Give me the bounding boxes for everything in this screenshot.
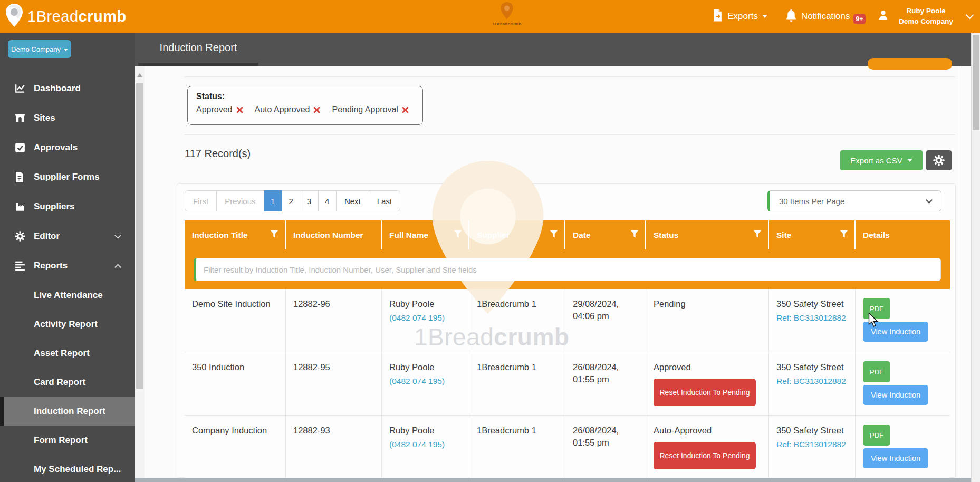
- select-chevron-icon: [926, 197, 933, 204]
- bottom-scrollbar[interactable]: [135, 478, 971, 482]
- page-button-first: First: [185, 190, 217, 211]
- table-header-row: Induction TitleInduction NumberFull Name…: [185, 220, 950, 249]
- view-induction-button[interactable]: View Induction: [863, 385, 928, 405]
- site-ref-link[interactable]: Ref: BC313012882: [776, 439, 846, 450]
- sidebar-subitem-activity-report[interactable]: Activity Report: [0, 310, 135, 339]
- user-menu[interactable]: Ruby Poole Demo Company: [877, 6, 973, 27]
- phone-link[interactable]: (0482 074 195): [389, 312, 445, 324]
- reset-induction-button[interactable]: Reset Induction To Pending: [654, 442, 756, 469]
- content-right-border: [962, 66, 962, 478]
- sidebar-subitem-card-report[interactable]: Card Report: [0, 368, 135, 397]
- date-text: 29/08/2024,: [573, 298, 639, 310]
- filter-funnel-icon[interactable]: [840, 230, 848, 240]
- page-button-4[interactable]: 4: [318, 190, 337, 211]
- site-ref-link[interactable]: Ref: BC313012882: [776, 312, 846, 324]
- view-induction-button[interactable]: View Induction: [863, 322, 928, 342]
- table-filter-input[interactable]: [194, 258, 941, 281]
- brand-logo[interactable]: 1Breadcrumb: [5, 3, 127, 30]
- user-name: Ruby Poole: [906, 7, 945, 15]
- status-chip-label: Auto Approved: [255, 105, 310, 114]
- sidebar-subitem-label: Live Attendance: [34, 290, 103, 301]
- partially-hidden-button[interactable]: [868, 58, 952, 70]
- page-button-next[interactable]: Next: [336, 190, 369, 211]
- sidebar-item-label: Sites: [34, 113, 55, 123]
- page-button-last[interactable]: Last: [369, 190, 400, 211]
- sidebar-item-reports[interactable]: Reports: [0, 251, 135, 281]
- sidebar-item-suppliers[interactable]: Suppliers: [0, 192, 135, 221]
- list-icon: [15, 261, 25, 271]
- gear-icon: [15, 231, 25, 242]
- site-name-text: 350 Safety Street: [776, 298, 849, 310]
- notifications-menu[interactable]: Notifications 9+: [785, 9, 866, 24]
- user-info: Ruby Poole Demo Company: [899, 6, 953, 27]
- tab-induction-report[interactable]: Induction Report: [138, 33, 258, 66]
- user-icon: [877, 9, 889, 24]
- export-csv-button[interactable]: Export as CSV: [840, 150, 923, 170]
- column-header-status: Status: [646, 220, 769, 249]
- page-button-2[interactable]: 2: [282, 190, 300, 211]
- status-text: Auto-Approved: [654, 425, 762, 437]
- filter-funnel-icon[interactable]: [630, 230, 639, 240]
- status-filter-box: Status: ApprovedAuto ApprovedPending App…: [187, 86, 423, 125]
- sidebar-item-supplier-forms[interactable]: Supplier Forms: [0, 162, 135, 192]
- sidebar-subitem-form-report[interactable]: Form Report: [0, 426, 135, 455]
- exports-menu[interactable]: Exports: [712, 9, 767, 24]
- cell-induction-title: 350 Induction: [185, 352, 286, 415]
- sidebar-item-dashboard[interactable]: Dashboard: [0, 74, 135, 103]
- chart-icon: [15, 83, 25, 94]
- column-header-label: Status: [654, 230, 678, 240]
- pdf-button[interactable]: PDF: [863, 361, 890, 382]
- filter-funnel-icon[interactable]: [753, 230, 762, 240]
- window-scrollbar-thumb[interactable]: [973, 35, 979, 130]
- cell-details: PDFView Induction: [856, 352, 950, 415]
- remove-filter-icon[interactable]: [236, 107, 243, 113]
- sidebar-subitem-asset-report[interactable]: Asset Report: [0, 339, 135, 368]
- pdf-button[interactable]: PDF: [863, 425, 890, 446]
- table-settings-button[interactable]: [926, 150, 952, 170]
- sidebar-item-label: Suppliers: [34, 201, 74, 212]
- reset-induction-button[interactable]: Reset Induction To Pending: [654, 379, 756, 406]
- page-title: Induction Report: [160, 42, 237, 54]
- site-ref-link[interactable]: Ref: BC313012882: [776, 375, 846, 387]
- time-text: 01:55 pm: [573, 437, 639, 449]
- company-switcher-button[interactable]: Demo Company: [8, 40, 71, 58]
- status-text: Pending: [654, 298, 762, 310]
- brand-name: 1Breadcrumb: [27, 8, 127, 25]
- cell-date: 29/08/2024,04:06 pm: [565, 289, 646, 352]
- filter-funnel-icon[interactable]: [550, 230, 558, 240]
- items-per-page-select[interactable]: 30 Items Per Page: [767, 190, 941, 211]
- column-header-details: Details: [856, 220, 950, 249]
- page-button-previous: Previous: [216, 190, 264, 211]
- sidebar-item-label: Dashboard: [34, 83, 81, 94]
- column-header-label: Induction Number: [293, 230, 363, 240]
- filter-funnel-icon[interactable]: [454, 230, 462, 240]
- brand-pin-icon: [5, 3, 23, 30]
- phone-link[interactable]: (0482 074 195): [389, 439, 445, 450]
- page-button-3[interactable]: 3: [300, 190, 318, 211]
- sidebar-subitem-live-attendance[interactable]: Live Attendance: [0, 281, 135, 310]
- view-induction-button[interactable]: View Induction: [863, 448, 928, 468]
- report-table-card: FirstPrevious1234NextLast 30 Items Per P…: [177, 183, 956, 478]
- phone-link[interactable]: (0482 074 195): [389, 375, 445, 387]
- filter-funnel-icon[interactable]: [270, 230, 278, 240]
- scrollbar-thumb[interactable]: [136, 83, 143, 389]
- sidebar-item-approvals[interactable]: Approvals: [0, 133, 135, 162]
- pdf-button[interactable]: PDF: [863, 298, 890, 319]
- export-doc-icon: [712, 9, 723, 24]
- remove-filter-icon[interactable]: [402, 107, 409, 113]
- content-scrollbar[interactable]: [135, 66, 145, 482]
- user-chevron-icon: [966, 11, 974, 20]
- loading-watermark-logo: 1Breadcrumb: [477, 2, 536, 26]
- scroll-up-arrow-icon[interactable]: [137, 73, 142, 77]
- sidebar-item-sites[interactable]: Sites: [0, 103, 135, 133]
- sidebar-item-editor[interactable]: Editor: [0, 221, 135, 251]
- remove-filter-icon[interactable]: [313, 107, 320, 113]
- sidebar-item-label: Approvals: [34, 142, 78, 153]
- window-scrollbar[interactable]: [971, 33, 980, 482]
- sidebar-subitem-label: Form Report: [34, 435, 88, 446]
- page-button-1[interactable]: 1: [264, 190, 282, 211]
- sidebar-subitem-my-scheduled-rep[interactable]: My Scheduled Rep...: [0, 455, 135, 482]
- sidebar-subitem-induction-report[interactable]: Induction Report: [0, 397, 135, 426]
- cell-supplier: 1Breadcrumb 1: [469, 352, 565, 415]
- tab-bar: Induction Report: [135, 33, 971, 66]
